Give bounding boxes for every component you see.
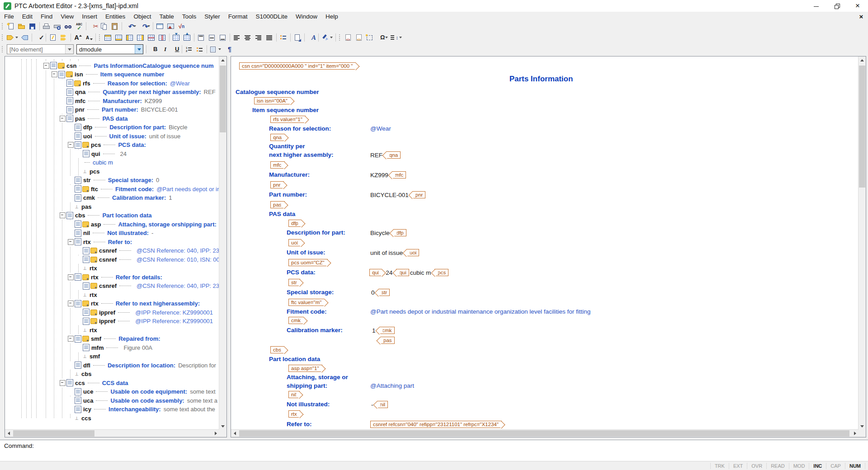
element-combobox[interactable]: [No element]	[7, 44, 74, 54]
print-preview-button[interactable]	[52, 21, 62, 31]
tree-row[interactable]: csnref@CSN Reference: 040, IPP: 23121	[5, 246, 219, 255]
tree-vertical-scrollbar[interactable]	[219, 56, 226, 430]
menu-s1000dlite[interactable]: S1000DLite	[251, 12, 292, 21]
insert-equation-button[interactable]	[177, 21, 187, 31]
align-justify-button[interactable]	[264, 33, 274, 42]
doc-vertical-scrollbar[interactable]	[858, 56, 866, 430]
start-tag-pill[interactable]: csnref refcsn="040" refipp="23121101" re…	[370, 421, 502, 428]
menu-file[interactable]: File	[0, 12, 18, 21]
menu-styler[interactable]: Styler	[200, 12, 224, 21]
expand-toggle-icon[interactable]	[68, 239, 74, 245]
styler-button[interactable]	[307, 33, 316, 42]
delete-row-button[interactable]	[146, 33, 156, 42]
scroll-up-icon[interactable]	[219, 56, 226, 64]
start-tag-pill[interactable]: pas	[270, 201, 285, 208]
copy-button[interactable]	[99, 21, 109, 31]
font-larger-button[interactable]	[73, 33, 83, 42]
expand-toggle-icon[interactable]	[43, 63, 49, 69]
end-tag-pill[interactable]: cmk	[379, 327, 395, 334]
tree-row[interactable]: uceUsable on code equipment:some text	[5, 387, 219, 396]
document-close-icon[interactable]: ×	[856, 12, 866, 21]
tree-row[interactable]: icyInterchangeability:some text about th…	[5, 405, 219, 414]
tree-row[interactable]: dfpDescription for part:Bicycle	[5, 123, 219, 132]
menu-tools[interactable]: Tools	[178, 12, 201, 21]
expand-toggle-icon[interactable]	[68, 274, 74, 280]
menu-object[interactable]: Object	[129, 12, 155, 21]
close-button[interactable]	[847, 0, 868, 12]
start-tag-pill[interactable]: pnr	[270, 181, 284, 188]
minimize-button[interactable]	[806, 0, 826, 12]
tree-row[interactable]: isnItem sequence number	[5, 70, 219, 79]
status-toggle-read[interactable]: READ	[767, 463, 789, 469]
tree-row[interactable]: ippref@IPP Reference: KZ9990001	[5, 308, 219, 317]
menu-table[interactable]: Table	[155, 12, 178, 21]
find-button[interactable]	[63, 21, 73, 31]
start-tag-pill[interactable]: asp asp="1"	[288, 365, 322, 372]
format-options-dropdown-icon[interactable]	[217, 44, 222, 54]
expand-toggle-icon[interactable]	[52, 71, 57, 77]
restore-button[interactable]	[826, 0, 847, 12]
tree-row[interactable]: rfsReason for selection:@Wear	[5, 79, 219, 88]
edit-attributes-button[interactable]	[48, 33, 58, 42]
insert-table-button[interactable]	[155, 21, 165, 31]
tree-row[interactable]: ⊥rtx	[5, 290, 219, 299]
tree-row[interactable]: smfRepaired from:	[5, 334, 219, 343]
tree-row[interactable]: csnref@CSN Reference: 040, IPP: 23121	[5, 282, 219, 291]
tree-row[interactable]: pnrPart number:BICYCLE-001	[5, 105, 219, 114]
menu-format[interactable]: Format	[224, 12, 252, 21]
bullet-list-button[interactable]	[195, 44, 205, 54]
expand-toggle-icon[interactable]	[60, 212, 66, 218]
start-tag-pill[interactable]: isn isn="00A"	[254, 97, 291, 104]
undo-button[interactable]	[124, 21, 137, 31]
special-char-button[interactable]	[376, 33, 389, 42]
format-options-button[interactable]	[209, 44, 222, 54]
scroll-up-icon[interactable]	[859, 56, 866, 64]
doctype-combobox[interactable]: dmodule	[76, 44, 143, 54]
insert-tag-dropdown-icon[interactable]	[14, 33, 19, 42]
row-above-button[interactable]	[103, 33, 113, 42]
align-middle-button[interactable]	[207, 33, 217, 42]
tree-row[interactable]: aspAttaching, storage orshipping part:	[5, 220, 219, 229]
end-tag-pill[interactable]: mfc	[392, 171, 406, 179]
col-left-button[interactable]	[125, 33, 135, 42]
tree-row[interactable]: ccsCCS data	[5, 378, 219, 387]
tree-row[interactable]: strSpecial storage:0	[5, 176, 219, 185]
tree-row[interactable]: rtxRefer to next higherassembly:	[5, 299, 219, 308]
spell-check-button[interactable]	[74, 21, 84, 31]
status-toggle-ovr[interactable]: OVR	[747, 463, 767, 469]
start-tag-pill[interactable]: pcs uom="CZ"	[288, 259, 328, 266]
align-top-button[interactable]	[196, 33, 206, 42]
tree-row[interactable]: csnParts InformationCatalogue sequence n…	[5, 61, 219, 70]
tree-horizontal-scrollbar[interactable]	[5, 429, 219, 437]
menu-find[interactable]: Find	[37, 12, 57, 21]
pilcrow-button[interactable]	[223, 44, 233, 54]
expand-toggle-icon[interactable]	[68, 142, 74, 148]
align-left-button[interactable]	[232, 33, 242, 42]
menu-help[interactable]: Help	[321, 12, 342, 21]
menu-insert[interactable]: Insert	[78, 12, 101, 21]
tree-row[interactable]: cubic m	[5, 158, 219, 167]
menu-window[interactable]: Window	[292, 12, 321, 21]
scroll-right-icon[interactable]	[851, 430, 859, 437]
start-tag-pill[interactable]: dfp	[288, 220, 302, 227]
doc-hscroll-thumb[interactable]	[239, 430, 849, 437]
status-toggle-num[interactable]: NUM	[845, 463, 865, 469]
end-tag-pill[interactable]: pcs	[434, 269, 448, 276]
status-toggle-cap[interactable]: CAP	[826, 463, 845, 469]
chevron-down-icon[interactable]	[135, 45, 143, 54]
modify-tag-button[interactable]	[20, 33, 30, 42]
save-document-button[interactable]	[28, 21, 38, 31]
tree-row[interactable]: ippref@IPP Reference: KZ9990001	[5, 317, 219, 326]
validate-button[interactable]	[34, 33, 44, 42]
end-tag-pill[interactable]: qna	[386, 151, 401, 159]
start-tag-pill[interactable]: qna	[270, 134, 285, 141]
markup-close-button[interactable]	[354, 33, 364, 42]
align-bottom-button[interactable]	[218, 33, 228, 42]
tree-row[interactable]: mfcManufacturer:KZ999	[5, 96, 219, 105]
menu-entities[interactable]: Entities	[101, 12, 129, 21]
chevron-down-icon[interactable]	[65, 45, 73, 54]
redo-button[interactable]	[138, 21, 151, 31]
command-pane[interactable]: Command:	[0, 440, 868, 461]
highlight-dropdown-icon[interactable]	[329, 33, 333, 42]
tree-vscroll-thumb[interactable]	[220, 66, 226, 132]
